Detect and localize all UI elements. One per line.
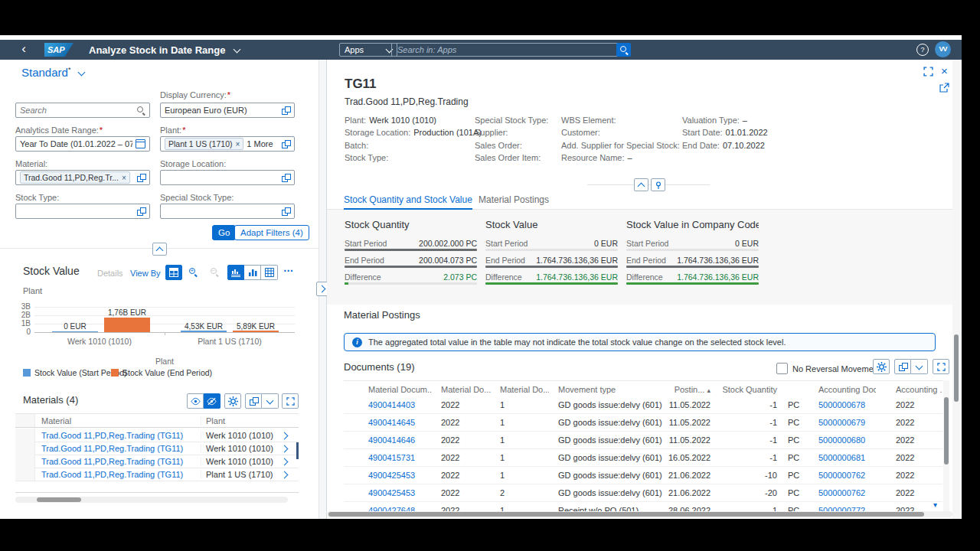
- back-icon[interactable]: ‹: [17, 43, 31, 57]
- plant-more-text[interactable]: 1 More: [247, 139, 279, 148]
- expand-table-icon[interactable]: [282, 393, 299, 409]
- details-button[interactable]: Details: [97, 269, 123, 278]
- table-row[interactable]: 4900425453 2022 2 GD goods issue:delvy (…: [344, 484, 942, 502]
- token-remove-icon[interactable]: ×: [122, 174, 126, 182]
- scrollbar-thumb[interactable]: [944, 397, 949, 465]
- value-help-icon[interactable]: [282, 207, 290, 216]
- table-row[interactable]: Trad.Good 11,PD,Reg.Trading (TG11) Plant…: [15, 468, 299, 481]
- material-document-link[interactable]: 4900425453: [359, 471, 432, 480]
- page-vertical-scrollbar[interactable]: [952, 60, 960, 519]
- adapt-filters-button[interactable]: Adapt Filters (4): [234, 225, 309, 240]
- value-help-icon[interactable]: [282, 106, 290, 115]
- search-input[interactable]: Search: [15, 103, 150, 118]
- material-token[interactable]: Trad.Good 11,PD,Reg.Tr... ×: [20, 171, 130, 184]
- row-selector[interactable]: [15, 429, 35, 442]
- selection-column-header[interactable]: [15, 414, 35, 427]
- material-document-link[interactable]: 4900425453: [359, 488, 432, 497]
- col-material-document[interactable]: Material Docum...: [359, 385, 432, 394]
- material-column-header[interactable]: Material: [35, 416, 201, 425]
- panel-splitter[interactable]: [318, 60, 327, 519]
- export-icon[interactable]: [894, 359, 911, 374]
- checkbox[interactable]: [776, 363, 788, 374]
- table-row[interactable]: 4900414645 2022 1 GD goods issue:delvy (…: [344, 414, 942, 432]
- stock-type-field[interactable]: [15, 204, 150, 219]
- accounting-document-link[interactable]: 5000000762: [809, 488, 876, 497]
- go-button[interactable]: Go: [212, 225, 236, 240]
- table-row[interactable]: Trad.Good 11,PD,Reg.Trading (TG11) Werk …: [15, 429, 299, 442]
- variant-selector[interactable]: Standard*: [21, 66, 84, 79]
- material-document-link[interactable]: 4900414645: [359, 418, 432, 427]
- col-accounting-doc-year[interactable]: Accounting ...: [876, 385, 942, 394]
- search-scope-select[interactable]: Apps: [339, 43, 397, 57]
- close-panel-icon[interactable]: ×: [941, 64, 948, 77]
- combo-chart-icon[interactable]: [227, 265, 244, 280]
- material-document-link[interactable]: 4900414646: [359, 435, 432, 445]
- material-document-link[interactable]: 4900415731: [359, 453, 432, 462]
- help-icon[interactable]: ?: [916, 44, 929, 56]
- row-nav-chevron-icon[interactable]: [277, 470, 291, 479]
- value-help-icon[interactable]: [282, 140, 290, 148]
- materials-horizontal-scrollbar[interactable]: [15, 497, 288, 503]
- settings-gear-icon[interactable]: [873, 359, 890, 374]
- col-posting-date[interactable]: Postin... ▴: [668, 385, 715, 394]
- material-link[interactable]: Trad.Good 11,PD,Reg.Trading (TG11): [35, 457, 201, 466]
- date-picker-icon[interactable]: [136, 139, 145, 148]
- material-link[interactable]: Trad.Good 11,PD,Reg.Trading (TG11): [35, 431, 201, 440]
- row-selector[interactable]: [15, 455, 35, 468]
- storage-location-field[interactable]: [160, 170, 295, 185]
- col-material-doc-item[interactable]: Material Do...: [491, 385, 549, 394]
- sap-logo[interactable]: SAP: [44, 43, 74, 57]
- scrollbar-thumb[interactable]: [37, 497, 81, 502]
- chart-overflow-icon[interactable]: ⋯: [283, 265, 293, 276]
- material-link[interactable]: Trad.Good 11,PD,Reg.Trading (TG11): [35, 470, 201, 479]
- special-stock-type-field[interactable]: [160, 204, 295, 219]
- row-selector[interactable]: [15, 468, 35, 481]
- table-view-icon[interactable]: [261, 265, 278, 280]
- avatar[interactable]: VV: [935, 41, 951, 57]
- hide-details-eye-slash-icon[interactable]: [204, 393, 220, 409]
- value-help-icon[interactable]: [137, 207, 145, 216]
- table-row[interactable]: Trad.Good 11,PD,Reg.Trading (TG11) Werk …: [15, 455, 299, 468]
- panel-horizontal-scrollbar[interactable]: [327, 511, 952, 517]
- accounting-document-link[interactable]: 5000000680: [809, 435, 876, 445]
- app-title[interactable]: Analyze Stock in Date Range: [89, 44, 240, 56]
- value-help-icon[interactable]: [137, 174, 145, 182]
- documents-vertical-scrollbar[interactable]: [943, 380, 949, 512]
- show-details-eye-icon[interactable]: [187, 393, 204, 409]
- bar-end-plant1us[interactable]: [233, 331, 279, 332]
- table-row[interactable]: Trad.Good 11,PD,Reg.Trading (TG11) Werk …: [15, 442, 299, 455]
- date-range-field[interactable]: Year To Date (01.01.2022 – 07.1...: [15, 136, 150, 152]
- share-icon[interactable]: [939, 83, 949, 93]
- shell-search-input[interactable]: Search in: Apps: [391, 43, 627, 57]
- no-reversal-checkbox-group[interactable]: No Reversal Movements: [776, 363, 884, 374]
- export-icon[interactable]: [245, 393, 262, 409]
- bar-start-plant1us[interactable]: [181, 331, 227, 332]
- row-selector[interactable]: [15, 442, 35, 455]
- bar-start-werk1010[interactable]: [52, 331, 98, 332]
- view-by-button[interactable]: View By: [130, 269, 161, 278]
- material-document-link[interactable]: 4900414403: [359, 400, 432, 409]
- tab-stock-quantity-and-value[interactable]: Stock Quantity and Stock Value: [344, 194, 472, 210]
- bar-chart-icon[interactable]: [244, 265, 261, 280]
- display-currency-field[interactable]: European Euro (EUR): [160, 103, 295, 118]
- col-stock-quantity[interactable]: Stock Quantity: [715, 385, 782, 394]
- table-row[interactable]: 4900415731 2022 1 GD goods issue:delvy (…: [344, 449, 942, 467]
- accounting-document-link[interactable]: 5000000762: [809, 471, 876, 480]
- accounting-document-link[interactable]: 5000000678: [809, 400, 876, 409]
- enter-fullscreen-icon[interactable]: [923, 67, 933, 77]
- scrollbar-thumb[interactable]: [328, 512, 924, 517]
- collapse-header-button[interactable]: [634, 178, 648, 191]
- legend-item-end-period[interactable]: Stock Value (End Period): [111, 368, 212, 377]
- pin-header-button[interactable]: [651, 178, 665, 191]
- accounting-document-link[interactable]: 5000000681: [809, 453, 876, 462]
- table-row[interactable]: 4900425453 2022 1 GD goods issue:delvy (…: [344, 467, 942, 484]
- row-nav-chevron-icon[interactable]: [277, 444, 291, 453]
- material-field[interactable]: Trad.Good 11,PD,Reg.Tr... ×: [15, 170, 150, 185]
- export-chevron-down-icon[interactable]: [262, 393, 279, 409]
- export-chevron-down-icon[interactable]: [911, 359, 928, 374]
- col-material-doc-year[interactable]: Material Do...: [432, 385, 491, 394]
- token-remove-icon[interactable]: ×: [235, 140, 240, 148]
- drilldown-icon[interactable]: [165, 265, 182, 280]
- col-accounting-document[interactable]: Accounting Docu...: [809, 385, 876, 394]
- row-nav-chevron-icon[interactable]: [277, 457, 291, 466]
